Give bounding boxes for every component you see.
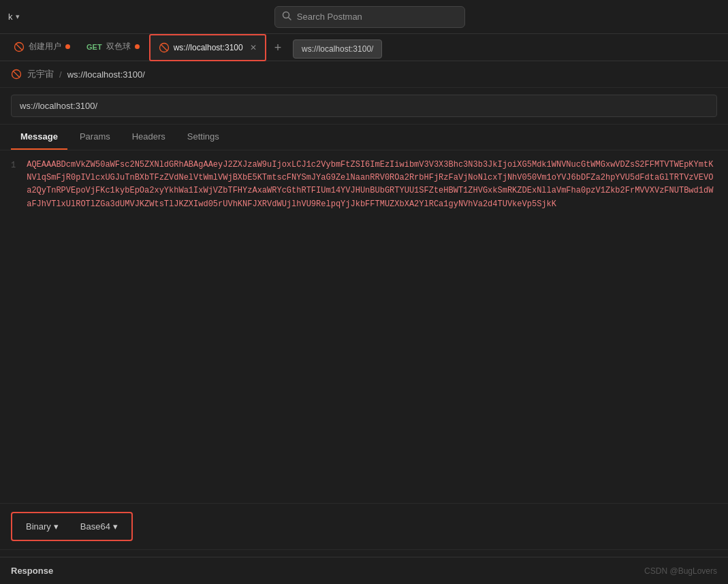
format-encoding-controls: Binary ▾ Base64 ▾ (11, 512, 133, 541)
sub-tab-label: Params (80, 131, 110, 142)
line-number: 1 (11, 161, 16, 170)
breadcrumb: 元宇宙 / ws://localhost:3100/ (0, 61, 728, 88)
tab-get-lottery[interactable]: GET 双色球 (78, 34, 148, 61)
search-icon (282, 11, 291, 22)
tab-unsaved-dot (135, 44, 140, 49)
watermark-text: CSDN @BugLovers (644, 566, 717, 576)
sub-tab-settings[interactable]: Settings (178, 125, 229, 150)
search-placeholder-text: Search Postman (297, 12, 362, 22)
svg-line-7 (13, 71, 20, 78)
tab-unsaved-dot (65, 44, 70, 49)
tab-tooltip: ws://localhost:3100/ (293, 39, 382, 59)
breadcrumb-separator: / (59, 69, 62, 80)
format-label: Binary (26, 521, 51, 532)
workspace-name: k (8, 12, 13, 22)
breadcrumb-workspace[interactable]: 元宇宙 (27, 68, 54, 80)
tab-ws-localhost[interactable]: ws://localhost:3100 ✕ (149, 34, 266, 61)
tooltip-text: ws://localhost:3100/ (302, 44, 373, 54)
get-badge: GET (86, 43, 102, 51)
add-tab-button[interactable]: + (268, 34, 289, 61)
breadcrumb-current-path: ws://localhost:3100/ (67, 69, 145, 80)
sub-tab-message[interactable]: Message (11, 125, 67, 150)
svg-line-3 (16, 44, 22, 50)
sub-tab-label: Headers (132, 131, 165, 142)
bottom-toolbar: Binary ▾ Base64 ▾ (0, 503, 728, 550)
tab-close-button[interactable]: ✕ (250, 43, 257, 52)
workspace-chevron-icon: ▾ (16, 12, 20, 21)
sub-tab-label: Message (20, 131, 58, 142)
tab-create-user[interactable]: 创建用户 (5, 34, 78, 61)
tab-label: 双色球 (106, 41, 131, 52)
response-bar: Response CSDN @BugLovers (0, 557, 728, 584)
svg-line-5 (161, 44, 168, 51)
response-label: Response (11, 566, 53, 576)
ws-icon (14, 42, 25, 52)
chevron-down-icon: ▾ (113, 521, 118, 532)
encoding-label: Base64 (80, 521, 110, 532)
sub-tab-label: Settings (187, 131, 219, 142)
breadcrumb-ws-icon (11, 69, 22, 80)
chevron-down-icon: ▾ (54, 521, 59, 532)
svg-line-1 (288, 18, 291, 20)
sub-tab-headers[interactable]: Headers (123, 125, 175, 150)
sub-tabs: Message Params Headers Settings (0, 125, 728, 150)
tab-label: ws://localhost:3100 (174, 43, 243, 52)
url-bar-row (0, 88, 728, 125)
search-bar[interactable]: Search Postman (274, 6, 465, 28)
encoding-dropdown-button[interactable]: Base64 ▾ (75, 519, 123, 534)
format-dropdown-button[interactable]: Binary ▾ (20, 519, 64, 534)
top-bar: k ▾ Search Postman (0, 0, 728, 34)
workspace-label[interactable]: k ▾ (8, 12, 20, 22)
sub-tab-params[interactable]: Params (70, 125, 120, 150)
tab-label: 创建用户 (29, 41, 61, 52)
url-input[interactable] (11, 95, 717, 117)
ws-icon (159, 42, 170, 53)
